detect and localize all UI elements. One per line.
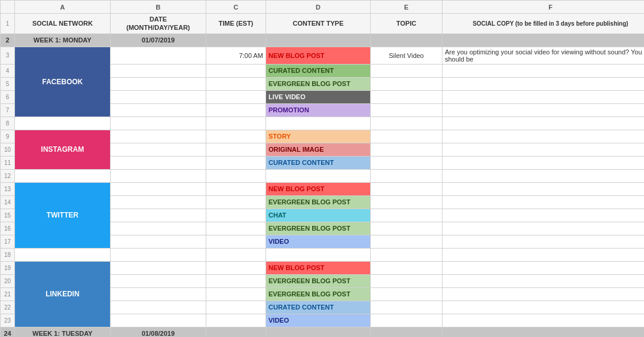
row8-a <box>15 117 111 130</box>
row17-time <box>206 235 266 248</box>
row16-topic <box>371 222 442 235</box>
row24-f <box>442 327 645 337</box>
row11-date <box>111 156 206 169</box>
row-1-num: 1 <box>1 14 15 34</box>
row15-topic <box>371 209 442 222</box>
row18-e <box>371 248 442 261</box>
row13-topic <box>371 182 442 195</box>
row-12: 12 <box>1 169 645 182</box>
row24-e <box>371 327 442 337</box>
row5-date <box>111 77 206 90</box>
content-type-evergreen-3: EVERGREEN BLOG POST <box>266 222 371 235</box>
row13-social-copy <box>442 182 645 195</box>
row12-a <box>15 169 111 182</box>
main-header-row: 1 SOCIAL NETWORK DATE(MONTH/DAY/YEAR) TI… <box>1 14 645 34</box>
row-10-num: 10 <box>1 143 15 156</box>
row-17-num: 17 <box>1 235 15 248</box>
row7-time <box>206 103 266 117</box>
row-16-num: 16 <box>1 222 15 235</box>
row16-date <box>111 222 206 235</box>
row-13: 13 TWITTER NEW BLOG POST <box>1 182 645 195</box>
row12-f <box>442 169 645 182</box>
row-21-num: 21 <box>1 287 15 301</box>
row21-topic <box>371 287 442 301</box>
row-19: 19 LINKEDIN NEW BLOG POST <box>1 261 645 274</box>
row23-time <box>206 314 266 327</box>
row13-time <box>206 182 266 195</box>
row18-b <box>111 248 206 261</box>
col-b-header: B <box>111 1 206 14</box>
content-type-evergreen-2: EVERGREEN BLOG POST <box>266 195 371 209</box>
row6-date <box>111 90 206 103</box>
row-8-num: 8 <box>1 117 15 130</box>
row8-f <box>442 117 645 130</box>
row-3-num: 3 <box>1 47 15 64</box>
row15-time <box>206 209 266 222</box>
row23-social-copy <box>442 314 645 327</box>
row9-date <box>111 130 206 143</box>
content-type-evergreen-4: EVERGREEN BLOG POST <box>266 274 371 287</box>
row2-e <box>371 33 442 47</box>
row21-social-copy <box>442 287 645 301</box>
row11-social-copy <box>442 156 645 169</box>
twitter-cell: TWITTER <box>15 182 111 248</box>
row10-time <box>206 143 266 156</box>
week1-tuesday-date: 01/08/2019 <box>111 327 206 337</box>
row22-topic <box>371 301 442 314</box>
row16-social-copy <box>442 222 645 235</box>
row20-social-copy <box>442 274 645 287</box>
row9-time <box>206 130 266 143</box>
row8-c <box>206 117 266 130</box>
col-c-header: C <box>206 1 266 14</box>
row-18: 18 <box>1 248 645 261</box>
row3-date <box>111 47 206 64</box>
instagram-cell: INSTAGRAM <box>15 130 111 169</box>
content-type-chat: CHAT <box>266 209 371 222</box>
row22-date <box>111 301 206 314</box>
row-22-num: 22 <box>1 301 15 314</box>
row22-social-copy <box>442 301 645 314</box>
row17-social-copy <box>442 235 645 248</box>
content-type-live-video: LIVE VIDEO <box>266 90 371 103</box>
row23-topic <box>371 314 442 327</box>
row5-social-copy <box>442 77 645 90</box>
content-type-original-image: ORIGINAL IMAGE <box>266 143 371 156</box>
header-social-copy: SOCIAL COPY (to be filled in 3 days befo… <box>442 14 645 34</box>
row4-social-copy <box>442 64 645 77</box>
row19-date <box>111 261 206 274</box>
row19-time <box>206 261 266 274</box>
row5-time <box>206 77 266 90</box>
header-content-type: CONTENT TYPE <box>266 14 371 34</box>
row-8: 8 <box>1 117 645 130</box>
content-type-curated-1: CURATED CONTENT <box>266 64 371 77</box>
row4-time <box>206 64 266 77</box>
row-13-num: 13 <box>1 182 15 195</box>
header-date: DATE(MONTH/DAY/YEAR) <box>111 14 206 34</box>
row-4-num: 4 <box>1 64 15 77</box>
row4-date <box>111 64 206 77</box>
facebook-cell: FACEBOOK <box>15 47 111 117</box>
row12-b <box>111 169 206 182</box>
row15-date <box>111 209 206 222</box>
row7-social-copy <box>442 103 645 117</box>
row20-date <box>111 274 206 287</box>
content-type-new-blog-post-3: NEW BLOG POST <box>266 261 371 274</box>
week1-tuesday-row: 24 WEEK 1: TUESDAY 01/08/2019 <box>1 327 645 337</box>
content-type-new-blog-post-2: NEW BLOG POST <box>266 182 371 195</box>
row9-social-copy <box>442 130 645 143</box>
row23-date <box>111 314 206 327</box>
header-time: TIME (EST) <box>206 14 266 34</box>
row12-e <box>371 169 442 182</box>
row3-social-copy: Are you optimizing your social video for… <box>442 47 645 64</box>
header-topic: TOPIC <box>371 14 442 34</box>
row10-date <box>111 143 206 156</box>
row-18-num: 18 <box>1 248 15 261</box>
row-20-num: 20 <box>1 274 15 287</box>
spreadsheet: A B C D E F 1 SOCIAL NETWORK DATE(MONTH/… <box>0 0 644 337</box>
row18-f <box>442 248 645 261</box>
row3-topic: Silent Video <box>371 47 442 64</box>
row20-time <box>206 274 266 287</box>
col-a-header: A <box>15 1 111 14</box>
row2-f <box>442 33 645 47</box>
row8-e <box>371 117 442 130</box>
